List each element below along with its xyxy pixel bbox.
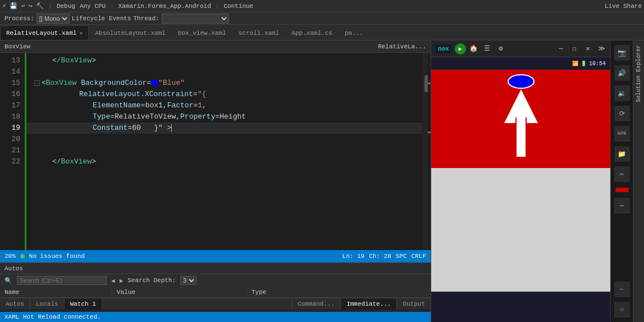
col-name: Name [0, 289, 112, 296]
tab-appxaml[interactable]: App.xaml.cs [285, 25, 339, 40]
tab-immediate-window[interactable]: Immediate... [340, 298, 396, 310]
live-share-btn: Live Share [605, 3, 642, 10]
hotreload-bar: XAML Hot Reload connected. [0, 312, 431, 322]
menu-btn[interactable]: ☰ [482, 43, 493, 55]
screen-rotate-btn[interactable]: ⟳ [614, 106, 630, 121]
lifecycle-label: Lifecycle Events [72, 15, 131, 22]
solution-explorer-label[interactable]: Solution Explorer [634, 43, 643, 105]
settings-btn[interactable]: ⚙ [495, 43, 506, 55]
cpu-label: Any CPU [80, 3, 106, 10]
gray-section [431, 168, 610, 292]
search-icon: 🔍 [4, 277, 12, 284]
editor-scrollbar[interactable] [423, 53, 431, 250]
tab-locals[interactable]: Locals [30, 298, 65, 310]
app-window: ⚡ 💾 ↩ ↪ 🔨 | Debug Any CPU | Xamarin.Form… [0, 0, 644, 322]
phone-status-bar: 📶 🔋 10:54 [431, 57, 610, 70]
right-panel: nox ▶ 🏠 ☰ ⚙ ─ ☐ ✕ ≫ 📶 🔋 [431, 40, 644, 322]
svg-rect-0 [517, 117, 526, 157]
search-depth-select[interactable]: 3 [180, 276, 197, 285]
main-content: BoxView RelativeLa... 13 14 15 16 17 18 … [0, 40, 644, 322]
emulator-screen: 📶 🔋 10:54 [431, 57, 610, 322]
thread-label: Thread: [133, 15, 159, 22]
col-value: Value [112, 289, 247, 296]
minimap-mark-1 [428, 83, 431, 84]
thread-select[interactable] [162, 13, 229, 24]
code-line-16: RelativeLayout.XConstraint="{ [25, 89, 423, 100]
nox-logo: nox [435, 44, 453, 53]
tab-label: box_view.xaml [178, 30, 226, 37]
ln-indicator: Ln: 19 [342, 253, 365, 260]
process-label: Process: [4, 15, 34, 22]
back-btn[interactable]: ← [614, 282, 630, 297]
play-btn[interactable]: ▶ [455, 43, 466, 55]
debug-label: Debug [57, 3, 75, 10]
minimize-btn[interactable]: ─ [555, 43, 567, 55]
breadcrumb-text: BoxView [4, 43, 30, 50]
tab-watch1[interactable]: Watch 1 [65, 298, 102, 310]
cut-btn[interactable]: ✂ [614, 166, 630, 182]
restore-btn[interactable]: ☐ [569, 43, 580, 55]
columns-header: Name Value Type [0, 287, 431, 298]
emulator-side-controls: 📷 🔊 🔉 ⟳ APK 📁 ✂ ⋯ ← ○ [610, 40, 633, 322]
code-content[interactable]: </BoxView> −<BoxView BackgroundColor="Bl… [25, 53, 423, 250]
nav-back-icon[interactable]: ◀ [111, 277, 115, 284]
tab-autos[interactable]: Autos [0, 298, 30, 310]
tab-absolutelayout[interactable]: AbsoluteLayout.xaml [89, 25, 171, 40]
volume-down-btn[interactable]: 🔉 [614, 85, 630, 101]
autos-title: Autos [0, 263, 431, 274]
line-numbers: 13 14 15 16 17 18 19 20 21 22 [0, 53, 25, 250]
code-line-20 [25, 134, 423, 145]
close-btn[interactable]: ✕ [582, 43, 593, 55]
minimap-scrollbar [428, 53, 431, 250]
breadcrumb-right: RelativeLa... [378, 43, 426, 50]
search-input[interactable] [17, 276, 107, 285]
red-indicator [615, 188, 629, 192]
process-select[interactable]: [] Mono [36, 13, 70, 24]
tab-command-window[interactable]: Command... [291, 298, 340, 310]
screenshot-btn[interactable]: 📷 [614, 45, 630, 61]
code-editor[interactable]: 13 14 15 16 17 18 19 20 21 22 </BoxView> [0, 53, 431, 250]
more-btn[interactable]: ⋯ [614, 198, 630, 214]
tab-relativelayout[interactable]: RelativeLayout.xaml ✕ [0, 25, 89, 40]
collapse-icon[interactable]: − [34, 80, 40, 86]
nav-forward-icon[interactable]: ▶ [120, 277, 124, 284]
volume-up-btn[interactable]: 🔊 [614, 65, 630, 81]
tab-label: pa... [345, 30, 363, 37]
code-line-19: Constant=60 }" > [25, 123, 423, 134]
home-hw-btn[interactable]: ○ [614, 302, 630, 318]
top-toolbar: ⚡ 💾 ↩ ↪ 🔨 | Debug Any CPU | Xamarin.Form… [0, 0, 644, 12]
code-line-17: ElementName=box1,Factor=1, [25, 100, 423, 111]
code-line-13: </BoxView> [25, 55, 423, 66]
tab-boxview[interactable]: box_view.xaml [172, 25, 232, 40]
process-bar: Process: [] Mono Lifecycle Events Thread… [0, 12, 644, 25]
tab-output[interactable]: Output [396, 298, 431, 310]
tab-scroll[interactable]: scroll.xaml [232, 25, 286, 40]
editor-panel: BoxView RelativeLa... 13 14 15 16 17 18 … [0, 40, 431, 322]
tab-pa[interactable]: pa... [339, 25, 369, 40]
tab-label: scroll.xaml [239, 30, 280, 37]
wifi-icon: 📶 [572, 61, 578, 67]
code-line-18: Type=RelativeToView,Property=Height [25, 111, 423, 123]
col-type: Type [247, 289, 431, 296]
home-btn[interactable]: 🏠 [468, 43, 479, 55]
apk-btn[interactable]: APK [614, 126, 630, 142]
tab-close-icon[interactable]: ✕ [79, 30, 83, 37]
status-bar: 20% No issues found Ln: 19 Ch: 28 SPC CR… [0, 250, 431, 262]
zoom-level: 20% [4, 253, 16, 260]
spc-indicator: SPC [396, 253, 407, 260]
minimap-mark-2 [428, 131, 431, 133]
expand-btn[interactable]: ≫ [596, 43, 607, 55]
code-line-21 [25, 145, 423, 156]
continue-btn[interactable]: Continue [223, 3, 253, 10]
tab-label: AbsoluteLayout.xaml [95, 30, 165, 37]
folder-btn[interactable]: 📁 [614, 146, 630, 162]
red-section [431, 70, 610, 168]
tab-label: RelativeLayout.xaml [6, 30, 76, 37]
code-line-14 [25, 66, 423, 78]
code-change-indicator [25, 53, 26, 250]
no-issues-icon [20, 254, 25, 258]
emulator-toolbar: nox ▶ 🏠 ☰ ⚙ ─ ☐ ✕ ≫ [431, 40, 610, 57]
arrow-up-svg [499, 89, 543, 162]
hotreload-text: XAML Hot Reload connected. [4, 314, 101, 320]
solution-explorer-panel: Solution Explorer [633, 40, 644, 322]
